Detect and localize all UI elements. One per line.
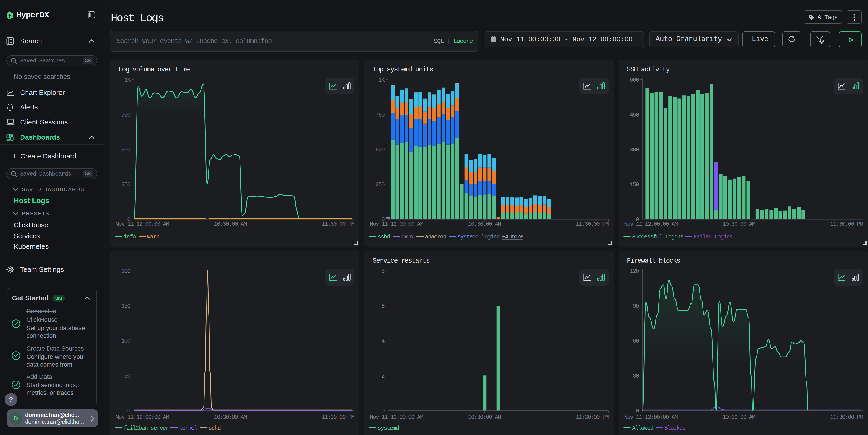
svg-text:450: 450 [630,112,639,118]
svg-text:anacron: anacron [425,234,446,240]
svg-text:Nov 11 12:00:00 AM: Nov 11 12:00:00 AM [370,414,423,421]
svg-text:Allowed: Allowed [632,425,653,432]
svg-text:10:30:00 AM: 10:30:00 AM [722,221,755,227]
svg-text:2: 2 [381,373,384,380]
svg-text:Blocked: Blocked [664,425,685,432]
svg-text:150: 150 [121,303,130,310]
svg-text:11:30:00 PM: 11:30:00 PM [321,414,354,421]
svg-text:11:30:00 PM: 11:30:00 PM [576,221,609,227]
svg-text:systemd: systemd [378,425,399,432]
svg-text:750: 750 [375,112,384,118]
svg-text:10:30:00 AM: 10:30:00 AM [214,221,247,227]
svg-text:300: 300 [630,147,639,153]
svg-text:systemd-logind: systemd-logind [458,234,500,240]
svg-text:250: 250 [121,182,130,188]
svg-text:Nov 11 12:00:00 AM: Nov 11 12:00:00 AM [624,414,678,421]
svg-text:750: 750 [121,112,130,118]
svg-text:Nov 11 12:00:00 AM: Nov 11 12:00:00 AM [624,221,678,227]
svg-text:kernel: kernel [179,425,197,432]
svg-text:150: 150 [630,182,639,188]
svg-text:1K: 1K [378,77,385,84]
svg-text:info: info [124,234,136,240]
svg-text:+4 more: +4 more [502,234,523,240]
svg-text:Failed Logins: Failed Logins [693,234,733,240]
svg-text:60: 60 [633,338,639,344]
svg-text:500: 500 [121,147,130,153]
svg-text:30: 30 [633,373,639,380]
svg-text:warn: warn [147,234,159,240]
svg-text:600: 600 [630,77,639,84]
svg-text:Nov 11 12:00:00 AM: Nov 11 12:00:00 AM [116,221,169,227]
svg-text:8: 8 [381,268,384,275]
svg-text:6: 6 [381,303,384,310]
svg-text:11:30:00 PM: 11:30:00 PM [830,414,863,421]
svg-text:10:30:00 AM: 10:30:00 AM [214,414,247,421]
svg-text:Nov 11 12:00:00 AM: Nov 11 12:00:00 AM [116,414,169,421]
svg-text:1K: 1K [124,77,131,84]
svg-text:11:30:00 PM: 11:30:00 PM [830,221,863,227]
svg-text:CRON: CRON [401,234,414,240]
svg-text:10:30:00 AM: 10:30:00 AM [468,414,501,421]
svg-text:0: 0 [381,408,384,414]
svg-text:sshd: sshd [378,234,390,240]
svg-text:200: 200 [121,268,130,275]
svg-text:Nov 11 12:00:00 AM: Nov 11 12:00:00 AM [370,221,423,227]
svg-text:fail2ban-server: fail2ban-server [124,425,169,432]
svg-text:11:30:00 PM: 11:30:00 PM [321,221,354,227]
svg-text:120: 120 [630,268,639,275]
svg-text:500: 500 [375,147,384,153]
svg-text:sshd: sshd [209,425,221,432]
svg-text:Successful Logins: Successful Logins [632,234,683,240]
svg-text:90: 90 [633,303,639,310]
svg-text:50: 50 [124,373,130,380]
svg-text:0: 0 [636,408,639,414]
svg-text:10:30:00 AM: 10:30:00 AM [468,221,501,227]
svg-text:100: 100 [121,338,130,344]
svg-text:10:30:00 AM: 10:30:00 AM [722,414,755,421]
svg-text:250: 250 [375,182,384,188]
svg-text:4: 4 [381,338,384,344]
svg-text:11:30:00 PM: 11:30:00 PM [576,414,609,421]
svg-text:0: 0 [127,408,130,414]
